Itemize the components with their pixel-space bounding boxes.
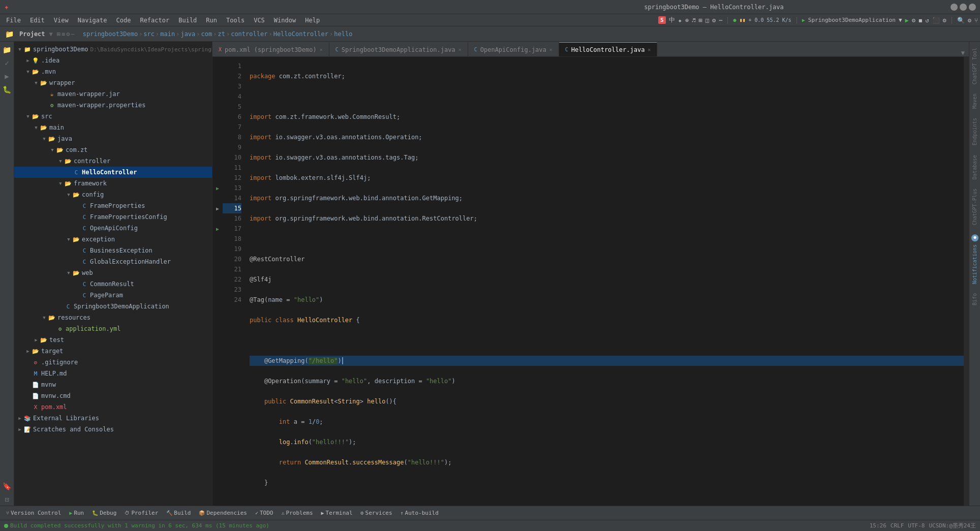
menu-vcs[interactable]: VCS: [250, 16, 269, 25]
btn-profiler[interactable]: ⏱ Profiler: [121, 509, 161, 517]
ime-punctuation[interactable]: ✦: [678, 16, 682, 24]
run-button[interactable]: ▶: [905, 17, 909, 24]
run-extra-3[interactable]: ↺: [925, 17, 929, 24]
menu-view[interactable]: View: [50, 16, 73, 25]
left-icon-run[interactable]: ▶: [1, 70, 13, 82]
tree-item-frame-props-config[interactable]: C FramePropertiesConfig: [14, 211, 212, 223]
btn-build[interactable]: 🔨 Build: [163, 509, 194, 517]
tree-item-help-md[interactable]: M HELP.md: [14, 368, 212, 379]
right-panel-endpoints[interactable]: Endpoints: [971, 114, 978, 149]
tree-item-java[interactable]: 📂 java: [14, 133, 212, 144]
tab-close-openapi[interactable]: ✕: [549, 47, 553, 52]
tree-item-wrapper[interactable]: 📂 wrapper: [14, 77, 212, 88]
menu-file[interactable]: File: [2, 16, 25, 25]
left-icon-project[interactable]: 📁: [1, 44, 13, 56]
tree-item-controller[interactable]: 📂 controller: [14, 155, 212, 167]
tree-item-scratches[interactable]: 📝 Scratches and Consoles: [14, 424, 212, 435]
right-panel-chatgpt[interactable]: ChatGPT Tool: [971, 44, 978, 88]
ime-settings[interactable]: ⚙: [712, 17, 716, 24]
menu-window[interactable]: Window: [270, 16, 300, 25]
tree-item-hello-controller[interactable]: C HelloController: [14, 167, 212, 178]
project-icon[interactable]: 📁: [3, 28, 15, 40]
editor-scrollbar[interactable]: [964, 57, 969, 506]
run-icon[interactable]: ▶: [802, 17, 805, 23]
tab-close-hello[interactable]: ✕: [648, 47, 651, 52]
menu-navigate[interactable]: Navigate: [74, 16, 111, 25]
bc-class[interactable]: HelloController: [273, 30, 328, 38]
tree-item-maven-props[interactable]: ⚙ maven-wrapper.properties: [14, 100, 212, 111]
tree-item-resources[interactable]: 📂 resources: [14, 312, 212, 323]
tree-item-biz-exception[interactable]: C BusinessException: [14, 245, 212, 256]
tree-item-idea[interactable]: 💡 .idea: [14, 55, 212, 66]
tree-item-src[interactable]: 📂 src: [14, 111, 212, 122]
gutter-15[interactable]: ▶: [212, 203, 223, 213]
menu-code[interactable]: Code: [112, 16, 135, 25]
bc-root[interactable]: springboot3Demo: [83, 30, 138, 38]
bc-main[interactable]: main: [160, 30, 175, 38]
minimize-button[interactable]: —: [951, 4, 958, 11]
run-dropdown[interactable]: ▼: [899, 17, 902, 23]
git-btn[interactable]: ⑂: [974, 17, 978, 24]
btn-version-control[interactable]: ⑂ Version Control: [3, 509, 64, 517]
right-panel-bifo[interactable]: Bifo: [971, 289, 978, 309]
settings-btn[interactable]: ⚙: [968, 17, 971, 24]
tree-item-common-result[interactable]: C CommonResult: [14, 278, 212, 290]
search-btn[interactable]: 🔍: [957, 17, 965, 24]
btn-dependencies[interactable]: 📦 Dependencies: [196, 509, 250, 517]
dropdown-icon[interactable]: ▼: [49, 30, 53, 38]
btn-debug[interactable]: 🐛 Debug: [89, 509, 119, 517]
tab-pom[interactable]: X pom.xml (springboot3Demo) ✕: [212, 42, 329, 56]
toolbar-icon-2[interactable]: ≡: [62, 30, 65, 38]
tree-item-config[interactable]: 📂 config: [14, 189, 212, 200]
tree-item-pom[interactable]: X pom.xml: [14, 401, 212, 413]
left-icon-structure[interactable]: ⊟: [1, 493, 13, 506]
tree-item-gitignore[interactable]: ⊘ .gitignore: [14, 357, 212, 368]
left-icon-commit[interactable]: ✓: [1, 57, 13, 69]
tab-app[interactable]: C Springboot3DemoApplication.java ✕: [329, 42, 468, 56]
tree-item-com-zt[interactable]: 📂 com.zt: [14, 144, 212, 155]
right-panel-chatgpt-plus[interactable]: ChatGPT-Plus: [971, 184, 978, 229]
ime-online[interactable]: ⊕: [685, 17, 689, 24]
tree-item-openapi-config[interactable]: C OpenApiConfig: [14, 223, 212, 234]
run-config-label[interactable]: Springboot3DemoApplication: [808, 17, 896, 23]
run-extra-2[interactable]: ◼: [918, 17, 922, 24]
tab-openapi[interactable]: C OpenApiConfig.java ✕: [468, 42, 559, 56]
tree-item-page-param[interactable]: C PageParam: [14, 290, 212, 301]
gutter-13[interactable]: ▶: [212, 183, 223, 193]
run-extra-1[interactable]: ⚙: [912, 17, 915, 24]
tree-item-maven-jar[interactable]: ☕ maven-wrapper.jar: [14, 88, 212, 100]
tree-item-mvnw[interactable]: 📄 mvnw: [14, 379, 212, 390]
tab-hello-controller[interactable]: C HelloController.java ✕: [559, 42, 658, 56]
btn-services[interactable]: ⚙ Services: [358, 509, 395, 517]
ime-icon[interactable]: S: [658, 16, 666, 24]
btn-auto-build[interactable]: ↑ Auto-build: [397, 509, 442, 517]
run-extra-5[interactable]: ⚙: [943, 17, 946, 24]
maximize-button[interactable]: □: [960, 4, 967, 11]
ime-voice[interactable]: ♬: [692, 17, 695, 24]
ime-extra[interactable]: ⋯: [719, 17, 722, 24]
tree-item-main[interactable]: 📂 main: [14, 122, 212, 133]
bc-method[interactable]: hello: [334, 30, 352, 38]
tab-close-pom[interactable]: ✕: [320, 47, 323, 52]
code-editor[interactable]: package com.zt.controller; import com.zt…: [246, 57, 964, 506]
run-extra-4[interactable]: ⬛: [932, 17, 940, 24]
toolbar-icon-1[interactable]: ⊞: [57, 30, 60, 38]
ime-chinese[interactable]: 中: [669, 16, 675, 24]
ime-skin[interactable]: ◫: [706, 17, 709, 24]
tree-item-global-exception[interactable]: C GlobalExceptionHandler: [14, 256, 212, 267]
bc-com[interactable]: com: [201, 30, 212, 38]
right-panel-maven[interactable]: Maven: [971, 89, 978, 113]
right-panel-database[interactable]: Database: [971, 151, 978, 183]
tree-item-app-yml[interactable]: ⚙ application.yml: [14, 323, 212, 334]
tree-item-exception[interactable]: 📂 exception: [14, 234, 212, 245]
tab-overflow-btn[interactable]: ▼: [957, 49, 969, 56]
left-icon-bookmarks[interactable]: 🔖: [1, 480, 13, 492]
tree-item-ext-libs[interactable]: 📚 External Libraries: [14, 413, 212, 424]
tree-item-framework[interactable]: 📂 framework: [14, 178, 212, 189]
bc-zt[interactable]: zt: [218, 30, 225, 38]
gutter-17[interactable]: ▶: [212, 224, 223, 234]
btn-run[interactable]: ▶ Run: [66, 509, 87, 517]
btn-problems[interactable]: ⚠ Problems: [279, 509, 316, 517]
btn-todo[interactable]: ✓ TODO: [252, 509, 277, 517]
btn-terminal[interactable]: ▶ Terminal: [318, 509, 356, 517]
